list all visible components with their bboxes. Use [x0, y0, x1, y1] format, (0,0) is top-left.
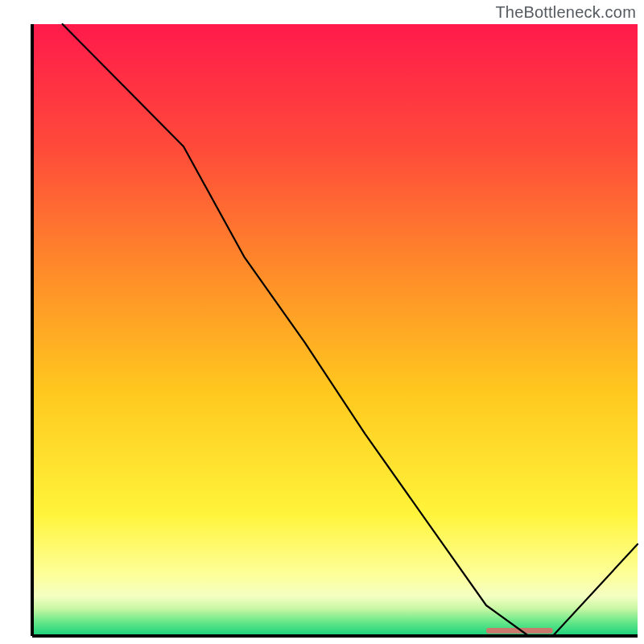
chart-container: TheBottleneck.com — [0, 0, 644, 644]
watermark-text: TheBottleneck.com — [495, 3, 636, 22]
bottleneck-chart — [0, 0, 644, 644]
plot-background — [32, 24, 638, 636]
